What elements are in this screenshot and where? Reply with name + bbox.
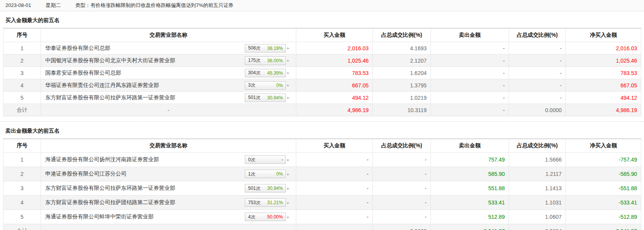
branch-cell: - bbox=[41, 104, 296, 116]
sell-amount-cell: 2,941.57 bbox=[431, 224, 509, 230]
chevron-right-icon: ▸ bbox=[287, 70, 289, 75]
net-buy-cell: -2,941.57 bbox=[566, 224, 641, 230]
trade-count-badge[interactable]: 753次31.21% bbox=[245, 198, 286, 207]
total-label: 合计 bbox=[3, 104, 41, 116]
chevron-right-icon: ▸ bbox=[287, 215, 289, 220]
sell-section-title: 卖出金额最大的前五名 bbox=[0, 122, 644, 138]
trade-count-badge[interactable]: 501次30.94% bbox=[245, 94, 286, 102]
branch-name: 海通证券股份有限公司扬州汶河南路证券营业部 bbox=[45, 156, 159, 163]
chevron-right-icon: ▸ bbox=[287, 186, 289, 191]
trade-count-badge[interactable]: 0次- bbox=[245, 155, 286, 164]
header-seq: 序号 bbox=[3, 28, 41, 42]
buy-amount-cell: - bbox=[296, 181, 373, 196]
table-row: 3 东方财富证券股份有限公司拉萨东环路第一证券营业部 501次30.94%▸ -… bbox=[3, 181, 641, 196]
chevron-right-icon: ▸ bbox=[287, 157, 289, 162]
sell-amount-cell: - bbox=[431, 55, 509, 67]
rank-cell: 4 bbox=[3, 79, 41, 92]
sell-ratio-cell: - bbox=[509, 92, 566, 104]
table-row: 2 中国银河证券股份有限公司北京中关村大街证券营业部 175次36.00%▸ 1… bbox=[3, 55, 641, 67]
buy-section-title: 买入金额最大的前五名 bbox=[0, 11, 644, 28]
buy-amount-cell: - bbox=[296, 210, 373, 224]
sell-top5-table: 序号 交易营业部名称 买入金额 占总成交比例(%) 卖出金额 占总成交比例(%)… bbox=[3, 138, 641, 230]
branch-name: 华福证券有限责任公司连江丹凤东路证券营业部 bbox=[45, 82, 159, 89]
buy-ratio-cell: 1.3795 bbox=[373, 79, 431, 92]
sell-amount-cell: - bbox=[431, 67, 509, 79]
chevron-right-icon: ▸ bbox=[287, 200, 289, 205]
buy-amount-cell: - bbox=[296, 153, 373, 167]
chevron-right-icon: ▸ bbox=[287, 83, 289, 88]
branch-name: 海通证券股份有限公司蚌埠中荣街证券营业部 bbox=[45, 213, 154, 220]
buy-amount-cell: - bbox=[296, 224, 373, 230]
trade-count-badge[interactable]: 304次45.39% bbox=[245, 69, 286, 77]
sell-amount-cell: - bbox=[431, 79, 509, 92]
buy-ratio-cell: 10.3119 bbox=[373, 104, 431, 116]
rank-cell: 2 bbox=[3, 55, 41, 67]
branch-name: 华泰证券股份有限公司总部 bbox=[45, 45, 110, 52]
sell-ratio-cell: 0.0000 bbox=[509, 104, 566, 116]
header-buy-amount: 买入金额 bbox=[296, 139, 373, 153]
branch-name: 东方财富证券股份有限公司拉萨东环路第一证券营业部 bbox=[45, 94, 175, 101]
header-net-buy: 净买入金额 bbox=[566, 28, 641, 42]
rank-cell: 5 bbox=[3, 210, 41, 224]
buy-ratio-cell: - bbox=[373, 181, 431, 196]
trade-count-badge[interactable]: 3次0% bbox=[245, 81, 286, 90]
buy-amount-cell: 667.05 bbox=[296, 79, 373, 92]
rank-cell: 3 bbox=[3, 181, 41, 196]
chevron-right-icon: ▸ bbox=[287, 95, 289, 100]
sell-amount-cell: 512.89 bbox=[431, 210, 509, 224]
sell-amount-cell: 533.41 bbox=[431, 196, 509, 210]
branch-cell: 中国银河证券股份有限公司北京中关村大街证券营业部 175次36.00%▸ bbox=[41, 55, 296, 67]
trade-count-badge[interactable]: 4次50.00% bbox=[245, 213, 286, 221]
net-buy-cell: 2,016.03 bbox=[566, 42, 641, 55]
sell-ratio-cell: 1.2117 bbox=[509, 167, 566, 181]
buy-ratio-cell: - bbox=[373, 153, 431, 167]
branch-name: 国泰君安证券股份有限公司总部 bbox=[45, 70, 121, 77]
sell-amount-cell: - bbox=[431, 42, 509, 55]
buy-amount-cell: 1,025.46 bbox=[296, 55, 373, 67]
table-row: 1 华泰证券股份有限公司总部 508次38.19%▸ 2,016.03 4.16… bbox=[3, 42, 641, 55]
buy-ratio-cell: - bbox=[373, 196, 431, 210]
header-sell-ratio: 占总成交比例(%) bbox=[509, 28, 566, 42]
rank-cell: 1 bbox=[3, 42, 41, 55]
table-header-row: 序号 交易营业部名称 买入金额 占总成交比例(%) 卖出金额 占总成交比例(%)… bbox=[3, 28, 641, 42]
net-buy-cell: -757.49 bbox=[566, 153, 641, 167]
header-sell-amount: 卖出金额 bbox=[431, 28, 509, 42]
chevron-right-icon: ▸ bbox=[287, 58, 289, 63]
header-buy-ratio: 占总成交比例(%) bbox=[373, 28, 431, 42]
sell-amount-cell: 551.88 bbox=[431, 181, 509, 196]
table-row: 3 国泰君安证券股份有限公司总部 304次45.39%▸ 783.53 1.62… bbox=[3, 67, 641, 79]
sell-amount-cell: - bbox=[431, 104, 509, 116]
branch-cell: 申港证券股份有限公司江苏分公司 1次0%▸ bbox=[41, 167, 296, 181]
table-row: 5 东方财富证券股份有限公司拉萨东环路第一证券营业部 501次30.94%▸ 4… bbox=[3, 92, 641, 104]
trade-date: 2023-08-01 bbox=[5, 2, 31, 8]
sell-amount-cell: 585.90 bbox=[431, 167, 509, 181]
net-buy-cell: 494.12 bbox=[566, 92, 641, 104]
table-row: 2 申港证券股份有限公司江苏分公司 1次0%▸ - - 585.90 1.211… bbox=[3, 167, 641, 181]
trade-count-badge[interactable]: 175次36.00% bbox=[245, 56, 286, 65]
branch-cell: 华福证券有限责任公司连江丹凤东路证券营业部 3次0%▸ bbox=[41, 79, 296, 92]
branch-cell: 华泰证券股份有限公司总部 508次38.19%▸ bbox=[41, 42, 296, 55]
sell-ratio-cell: - bbox=[509, 67, 566, 79]
sell-amount-cell: 757.49 bbox=[431, 153, 509, 167]
buy-ratio-cell: - bbox=[373, 167, 431, 181]
trade-count-badge[interactable]: 508次38.19% bbox=[245, 44, 286, 53]
sell-ratio-cell: - bbox=[509, 55, 566, 67]
net-buy-cell: -512.89 bbox=[566, 210, 641, 224]
rank-cell: 2 bbox=[3, 167, 41, 181]
branch-name: 东方财富证券股份有限公司拉萨东环路第一证券营业部 bbox=[45, 185, 175, 192]
header-sell-ratio: 占总成交比例(%) bbox=[509, 139, 566, 153]
branch-cell: 海通证券股份有限公司扬州汶河南路证券营业部 0次-▸ bbox=[41, 153, 296, 167]
sell-ratio-cell: 1.1413 bbox=[509, 181, 566, 196]
trade-count-badge[interactable]: 501次30.94% bbox=[245, 184, 286, 193]
buy-ratio-cell: 2.1207 bbox=[373, 55, 431, 67]
trade-count-badge[interactable]: 1次0% bbox=[245, 170, 286, 178]
header-buy-ratio: 占总成交比例(%) bbox=[373, 139, 431, 153]
buy-ratio-cell: 4.1693 bbox=[373, 42, 431, 55]
branch-cell: 东方财富证券股份有限公司拉萨东环路第一证券营业部 501次30.94%▸ bbox=[41, 92, 296, 104]
buy-amount-cell: 494.12 bbox=[296, 92, 373, 104]
buy-ratio-cell: 1.6204 bbox=[373, 67, 431, 79]
buy-ratio-cell: 1.0219 bbox=[373, 92, 431, 104]
total-label: 合计 bbox=[3, 224, 41, 230]
weekday-label: 星期二 bbox=[46, 2, 61, 8]
header-buy-amount: 买入金额 bbox=[296, 28, 373, 42]
